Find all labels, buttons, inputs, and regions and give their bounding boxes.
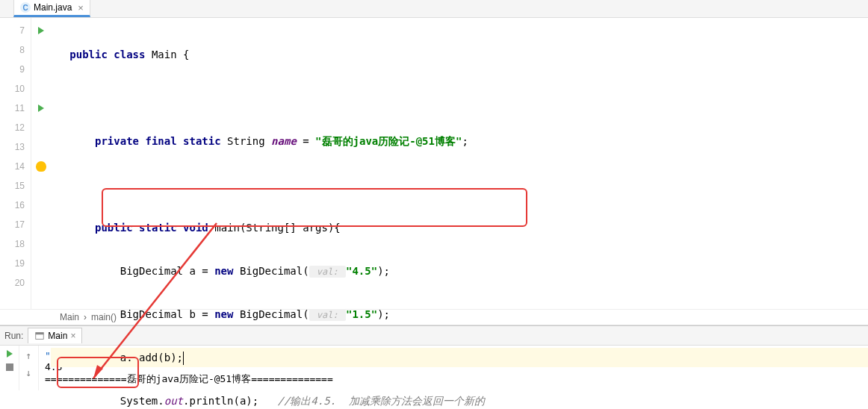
run-label: Run: bbox=[4, 331, 23, 341]
current-line: a. add(b); bbox=[51, 348, 868, 367]
line-number: 20 bbox=[0, 273, 31, 293]
line-number: 19 bbox=[0, 254, 31, 273]
line-number: 12 bbox=[0, 118, 31, 137]
line-number: 15 bbox=[0, 176, 31, 196]
line-number: 14 bbox=[0, 157, 31, 176]
close-icon[interactable]: × bbox=[78, 2, 84, 13]
line-number: 7 bbox=[0, 21, 31, 40]
run-method-icon[interactable] bbox=[38, 104, 44, 112]
line-number: 10 bbox=[0, 79, 31, 99]
editor-tab-bar: C Main.java × bbox=[0, 0, 868, 18]
code-editor[interactable]: 7 8 9 10 11 12 13 14 15 16 17 18 19 20 p… bbox=[0, 18, 868, 309]
up-icon[interactable]: ↑ bbox=[26, 350, 32, 361]
line-number: 17 bbox=[0, 215, 31, 234]
down-icon[interactable]: ↓ bbox=[26, 367, 32, 378]
run-toolbar-nav: ↑ ↓ bbox=[19, 346, 39, 390]
gutter-icon-strip bbox=[31, 18, 51, 309]
application-icon bbox=[34, 331, 45, 341]
intention-bulb-icon[interactable] bbox=[36, 161, 46, 172]
line-number: 16 bbox=[0, 196, 31, 215]
tab-filename: Main.java bbox=[34, 2, 72, 13]
line-number: 13 bbox=[0, 137, 31, 157]
java-class-icon: C bbox=[20, 2, 31, 13]
run-class-icon[interactable] bbox=[38, 27, 44, 34]
rerun-icon[interactable] bbox=[7, 350, 13, 358]
editor-tab-main-java[interactable]: C Main.java × bbox=[13, 0, 90, 17]
line-number: 9 bbox=[0, 60, 31, 79]
line-number: 18 bbox=[0, 234, 31, 254]
line-number: 11 bbox=[0, 99, 31, 118]
line-number-gutter: 7 8 9 10 11 12 13 14 15 16 17 18 19 20 bbox=[0, 18, 31, 309]
text-cursor bbox=[183, 352, 184, 365]
run-toolbar-left bbox=[0, 346, 19, 390]
code-area[interactable]: public class Main { private final static… bbox=[51, 18, 868, 309]
svg-rect-3 bbox=[36, 333, 44, 335]
line-number: 8 bbox=[0, 40, 31, 60]
stop-icon[interactable] bbox=[6, 363, 13, 371]
